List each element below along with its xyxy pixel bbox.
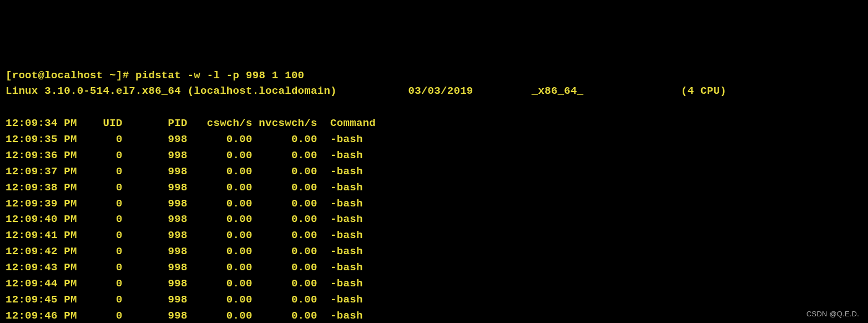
table-row: 12:09:39 PM 0 998 0.00 0.00 -bash: [6, 196, 862, 212]
watermark: CSDN @Q.E.D.: [806, 309, 859, 320]
table-row: 12:09:38 PM 0 998 0.00 0.00 -bash: [6, 180, 862, 196]
command-text: pidstat -w -l -p 998 1 100: [135, 69, 304, 82]
command-line[interactable]: [root@localhost ~]# pidstat -w -l -p 998…: [6, 68, 862, 84]
table-header: 12:09:34 PM UID PID cswch/s nvcswch/s Co…: [6, 115, 862, 132]
table-row: 12:09:40 PM 0 998 0.00 0.00 -bash: [6, 211, 862, 228]
table-row: 12:09:45 PM 0 998 0.00 0.00 -bash: [6, 292, 862, 308]
table-row: 12:09:43 PM 0 998 0.00 0.00 -bash: [6, 260, 862, 276]
table-row: 12:09:35 PM 0 998 0.00 0.00 -bash: [6, 132, 862, 148]
table-row: 12:09:44 PM 0 998 0.00 0.00 -bash: [6, 276, 862, 292]
table-row: 12:09:42 PM 0 998 0.00 0.00 -bash: [6, 244, 862, 260]
table-row: 12:09:37 PM 0 998 0.00 0.00 -bash: [6, 164, 862, 180]
shell-prompt: [root@localhost ~]#: [6, 69, 135, 82]
blank-line: [6, 99, 862, 115]
sysinfo-line: Linux 3.10.0-514.el7.x86_64 (localhost.l…: [6, 83, 862, 99]
table-row: 12:09:46 PM 0 998 0.00 0.00 -bash: [6, 308, 862, 323]
table-row: 12:09:41 PM 0 998 0.00 0.00 -bash: [6, 228, 862, 244]
table-body: 12:09:35 PM 0 998 0.00 0.00 -bash12:09:3…: [6, 132, 862, 323]
table-row: 12:09:36 PM 0 998 0.00 0.00 -bash: [6, 148, 862, 164]
